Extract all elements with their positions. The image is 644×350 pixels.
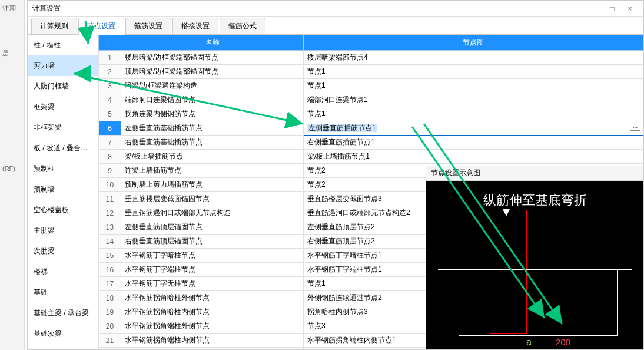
row-index: 1 (99, 51, 121, 65)
sidebar-item-1[interactable]: 剪力墙 (28, 55, 98, 76)
row-name: 连梁上墙插筋节点 (121, 164, 304, 178)
row-node[interactable]: 节点1 (304, 79, 643, 93)
col-index (99, 35, 121, 51)
row-name: 楼层暗梁/边框梁端部锚固节点 (121, 51, 304, 65)
gutter-text: 计算i (0, 0, 24, 16)
close-button[interactable]: × (621, 5, 639, 13)
row-node[interactable]: 端部洞口连梁节点1 (304, 93, 643, 107)
rebar-line (526, 210, 527, 334)
gutter-text: (RF) (0, 161, 24, 176)
table-row[interactable]: 5拐角连梁内侧钢筋节点节点1 (99, 107, 643, 121)
row-name: 水平钢筋拐角端柱内侧节点 (121, 334, 304, 348)
tab-0[interactable]: 计算规则 (31, 18, 77, 34)
sidebar-item-4[interactable]: 非框架梁 (28, 117, 98, 138)
diagram-canvas: 纵筋伸至基底弯折 a 200 节点一 (426, 181, 643, 349)
row-index: 2 (99, 65, 121, 79)
rebar-line (490, 210, 490, 334)
row-name: 预制墙上剪力墙插筋节点 (121, 178, 304, 192)
row-index: 8 (99, 150, 121, 164)
row-name: 顶层暗梁/边框梁端部锚固节点 (121, 65, 304, 79)
row-index: 9 (99, 164, 121, 178)
row-name: 垂直筋楼层变截面锚固节点 (121, 192, 304, 206)
row-node[interactable]: 左侧垂直筋插筋节点1... (304, 121, 643, 136)
table-row[interactable]: 8梁/板上墙插筋节点梁/板上墙插筋节点1 (99, 150, 643, 164)
sidebar-item-8[interactable]: 空心楼盖板 (28, 200, 98, 220)
row-index: 15 (99, 249, 121, 263)
ellipsis-button[interactable]: ... (630, 123, 640, 131)
row-node[interactable]: 梁/板上墙插筋节点1 (304, 150, 643, 164)
category-sidebar: 柱 / 墙柱剪力墙人防门框墙框架梁非框架梁板 / 坡道 / 叠合…预制柱预制墙空… (28, 35, 98, 349)
minimize-button[interactable]: — (586, 5, 603, 13)
sidebar-item-10[interactable]: 次肋梁 (28, 241, 98, 262)
sidebar-item-3[interactable]: 框架梁 (28, 97, 98, 117)
col-node: 节点图 (304, 35, 643, 51)
sidebar-item-12[interactable]: 基础 (28, 282, 98, 303)
row-index: 21 (99, 334, 121, 348)
col-name: 名称 (121, 35, 304, 51)
table-row[interactable]: 7右侧垂直筋基础插筋节点右侧垂直筋插筋节点1 (99, 136, 643, 150)
tab-2[interactable]: 箍筋设置 (125, 18, 171, 34)
row-node[interactable]: 节点1 (304, 107, 643, 121)
title-bar: 计算设置 — □ × (28, 1, 643, 17)
diagram-caption: 节点设置示意图 (426, 166, 643, 181)
row-node[interactable]: 右侧垂直筋插筋节点1 (304, 136, 643, 150)
tab-4[interactable]: 箍筋公式 (220, 18, 265, 34)
sidebar-item-5[interactable]: 板 / 坡道 / 叠合… (28, 138, 98, 159)
dimension-a: a (526, 337, 532, 348)
sidebar-item-11[interactable]: 楼梯 (28, 262, 98, 282)
sidebar-item-15[interactable]: 砌体结构 (28, 344, 98, 349)
table-row[interactable]: 3暗梁/边框梁遇连梁构造节点1 (99, 79, 643, 93)
table-row[interactable]: 2顶层暗梁/边框梁端部锚固节点节点1 (99, 65, 643, 79)
sidebar-item-0[interactable]: 柱 / 墙柱 (28, 35, 98, 55)
tab-3[interactable]: 搭接设置 (172, 18, 218, 34)
diagram-panel: 节点设置示意图 纵筋伸至基底弯折 a 200 节点一 (426, 166, 643, 349)
sidebar-item-13[interactable]: 基础主梁 / 承台梁 (28, 303, 98, 323)
dimension-200: 200 (556, 337, 570, 347)
section-line (438, 269, 632, 270)
section-line (459, 269, 459, 335)
row-name: 水平钢筋拐角无柱外侧节点 (121, 348, 304, 350)
row-index: 22 (99, 348, 121, 350)
row-node[interactable]: 楼层暗梁端部节点4 (304, 51, 643, 65)
row-index: 18 (99, 291, 121, 305)
row-name: 右侧垂直筋顶层锚固节点 (121, 235, 304, 249)
row-index: 13 (99, 220, 121, 235)
row-index: 11 (99, 192, 121, 206)
sidebar-item-2[interactable]: 人防门框墙 (28, 76, 98, 97)
row-name: 左侧垂直筋顶层锚固节点 (121, 220, 304, 235)
row-index: 5 (99, 107, 121, 121)
sidebar-item-6[interactable]: 预制柱 (28, 159, 98, 179)
arrow-down-icon (503, 209, 510, 216)
row-name: 水平钢筋拐角暗柱内侧节点 (121, 305, 304, 319)
app-left-gutter: 计算i 层 (RF) (0, 0, 25, 350)
row-index: 10 (99, 178, 121, 192)
sidebar-item-9[interactable]: 主肋梁 (28, 220, 98, 241)
row-index: 17 (99, 277, 121, 291)
row-name: 拐角连梁内侧钢筋节点 (121, 107, 304, 121)
row-index: 3 (99, 79, 121, 93)
row-name: 左侧垂直筋基础插筋节点 (121, 121, 304, 136)
window-title: 计算设置 (32, 4, 586, 14)
row-index: 16 (99, 263, 121, 277)
row-name: 暗梁/边框梁遇连梁构造 (121, 79, 304, 93)
sidebar-item-7[interactable]: 预制墙 (28, 179, 98, 200)
row-name: 水平钢筋丁字暗柱节点 (121, 249, 304, 263)
row-name: 右侧垂直筋基础插筋节点 (121, 136, 304, 150)
row-name: 水平钢筋拐角暗柱外侧节点 (121, 291, 304, 305)
row-index: 19 (99, 305, 121, 319)
row-node[interactable]: 节点1 (304, 65, 643, 79)
row-index: 14 (99, 235, 121, 249)
sidebar-item-14[interactable]: 基础次梁 (28, 323, 98, 344)
row-name: 端部洞口连梁锚固节点 (121, 93, 304, 107)
tab-1[interactable]: 节点设置 (78, 18, 124, 35)
table-row[interactable]: 4端部洞口连梁锚固节点端部洞口连梁节点1 (99, 93, 643, 107)
main-tab-strip: 计算规则节点设置箍筋设置搭接设置箍筋公式 (28, 17, 643, 35)
row-index: 20 (99, 319, 121, 334)
section-line (438, 299, 632, 299)
edit-value[interactable]: 左侧垂直筋插筋节点1 (307, 124, 377, 132)
table-row[interactable]: 6左侧垂直筋基础插筋节点左侧垂直筋插筋节点1... (99, 121, 643, 136)
row-name: 垂直钢筋遇洞口或端部无节点构造 (121, 206, 304, 220)
rebar-line (490, 333, 527, 334)
maximize-button[interactable]: □ (603, 5, 621, 13)
table-row[interactable]: 1楼层暗梁/边框梁端部锚固节点楼层暗梁端部节点4 (99, 51, 643, 65)
